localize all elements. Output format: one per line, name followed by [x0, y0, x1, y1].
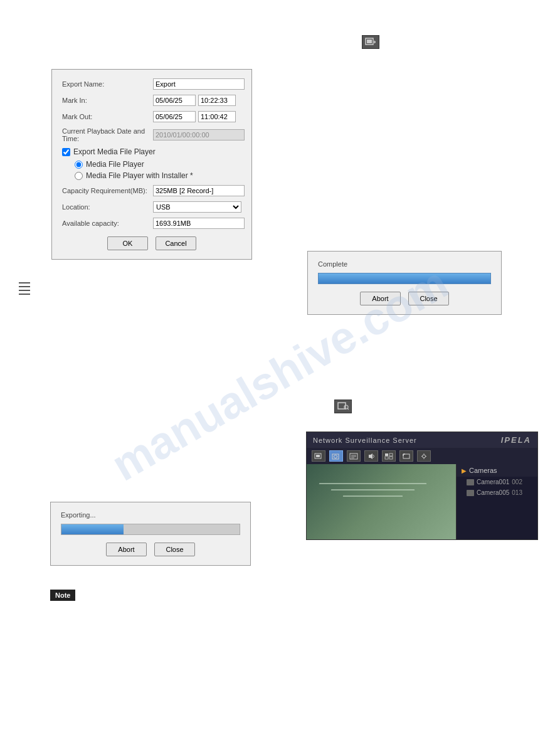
mark-in-date-input[interactable] — [153, 95, 196, 106]
cam-icon-1 — [467, 479, 474, 485]
capacity-label: Capacity Requirement(MB): — [62, 187, 153, 194]
nss-camera-view — [307, 464, 456, 539]
location-row: Location: USB — [62, 201, 241, 213]
complete-abort-button[interactable]: Abort — [360, 292, 401, 305]
complete-title: Complete — [318, 260, 491, 268]
export-icon-svg — [365, 38, 376, 46]
svg-rect-19 — [389, 457, 393, 459]
export-media-label: Export Media File Player — [73, 147, 156, 156]
note-box: Note — [50, 590, 75, 601]
nss-tool-btn-3[interactable] — [347, 450, 361, 462]
mark-out-time-input[interactable] — [198, 111, 236, 122]
radio-media-file-row: Media File Player — [75, 160, 241, 169]
svg-rect-20 — [403, 454, 409, 458]
nss-title-bar: Network Surveillance Server IPELA — [307, 432, 537, 448]
mark-out-label: Mark Out: — [62, 113, 153, 120]
exporting-title: Exporting... — [61, 511, 240, 519]
monitor-search-icon-svg — [337, 402, 349, 411]
cam-num-1: 002 — [512, 479, 522, 485]
nss-camera-item-1[interactable]: Camera001 002 — [457, 477, 537, 487]
location-label: Location: — [62, 203, 153, 211]
folder-icon: ▶ — [462, 467, 467, 474]
exporting-close-button[interactable]: Close — [154, 543, 195, 556]
svg-point-10 — [334, 455, 337, 458]
available-label: Available capacity: — [62, 220, 153, 227]
exporting-dialog: Exporting... Abort Close — [50, 502, 251, 566]
exporting-abort-button[interactable]: Abort — [106, 543, 147, 556]
camera-line-2 — [331, 489, 415, 490]
complete-close-button[interactable]: Close — [408, 292, 449, 305]
export-icon[interactable] — [362, 35, 379, 49]
svg-line-6 — [348, 409, 349, 410]
mark-out-row: Mark Out: — [62, 111, 241, 122]
camera-line-3 — [343, 495, 403, 497]
nss-tool-btn-7[interactable] — [417, 450, 431, 462]
svg-point-23 — [423, 455, 426, 458]
mark-in-row: Mark In: — [62, 95, 241, 106]
border-line-1 — [19, 282, 30, 283]
svg-marker-15 — [369, 453, 372, 459]
nss-tool-btn-2[interactable] — [329, 450, 343, 462]
export-name-input[interactable] — [153, 78, 245, 90]
nss-content: ▶ Cameras Camera001 002 Camera005 013 — [307, 464, 537, 539]
nss-cameras-header: ▶ Cameras — [457, 464, 537, 477]
location-select[interactable]: USB — [153, 201, 241, 213]
export-media-checkbox[interactable] — [62, 148, 70, 156]
layout-icon — [384, 453, 393, 460]
capacity-row: Capacity Requirement(MB): — [62, 185, 241, 196]
border-line-4 — [19, 294, 30, 295]
current-playback-row: Current Playback Date and Time: — [62, 127, 241, 142]
current-playback-input — [153, 129, 245, 140]
cameras-label: Cameras — [469, 467, 497, 474]
radio-media-installer[interactable] — [75, 172, 83, 180]
fullscreen-icon — [402, 453, 411, 460]
nss-title-text: Network Surveillance Server — [313, 437, 417, 444]
camera-line-1 — [319, 483, 427, 484]
radio-media-installer-label: Media File Player with Installer * — [86, 171, 193, 180]
nss-tool-btn-4[interactable] — [364, 450, 378, 462]
export-name-label: Export Name: — [62, 80, 153, 88]
svg-marker-3 — [374, 40, 376, 44]
export-media-checkbox-row: Export Media File Player — [62, 147, 241, 156]
exporting-dialog-buttons: Abort Close — [61, 543, 240, 556]
border-line-3 — [19, 290, 30, 291]
available-input — [153, 218, 245, 229]
nss-tool-btn-1[interactable] — [312, 450, 325, 462]
svg-point-5 — [344, 405, 348, 409]
radio-media-file[interactable] — [75, 161, 83, 169]
export-dialog-buttons: OK Cancel — [62, 236, 241, 250]
nss-sidebar: ▶ Cameras Camera001 002 Camera005 013 — [456, 464, 537, 539]
camera-icon — [332, 453, 341, 460]
monitor-search-icon[interactable] — [334, 400, 352, 413]
complete-dialog-buttons: Abort Close — [318, 292, 491, 305]
cancel-button[interactable]: Cancel — [156, 236, 196, 250]
complete-dialog: Complete Abort Close — [307, 251, 502, 315]
exporting-progress-bar-container — [61, 524, 240, 535]
left-border-lines — [19, 282, 30, 295]
svg-rect-17 — [389, 453, 393, 456]
nss-panel: Network Surveillance Server IPELA — [306, 432, 538, 540]
cam-name-1: Camera001 — [477, 479, 509, 485]
capacity-input[interactable] — [153, 185, 245, 196]
nss-tool-btn-6[interactable] — [399, 450, 413, 462]
nss-camera-lines — [319, 483, 438, 502]
radio-media-file-label: Media File Player — [86, 160, 144, 169]
ok-button[interactable]: OK — [107, 236, 148, 250]
mark-in-time-input[interactable] — [198, 95, 236, 106]
svg-rect-18 — [385, 457, 388, 459]
log-icon — [349, 453, 358, 460]
current-playback-label: Current Playback Date and Time: — [62, 127, 153, 142]
cam-icon-2 — [467, 490, 474, 496]
nss-tool-btn-5[interactable] — [382, 450, 396, 462]
export-name-row: Export Name: — [62, 78, 241, 90]
svg-rect-8 — [316, 455, 320, 457]
border-line-2 — [19, 286, 30, 287]
nss-camera-item-2[interactable]: Camera005 013 — [457, 487, 537, 498]
mark-out-date-input[interactable] — [153, 111, 196, 122]
nss-brand-text: IPELA — [501, 435, 531, 445]
monitor-icon — [314, 453, 323, 460]
complete-progress-bar — [318, 273, 491, 284]
audio-icon — [367, 453, 376, 460]
available-row: Available capacity: — [62, 218, 241, 229]
cam-name-2: Camera005 — [477, 489, 509, 496]
